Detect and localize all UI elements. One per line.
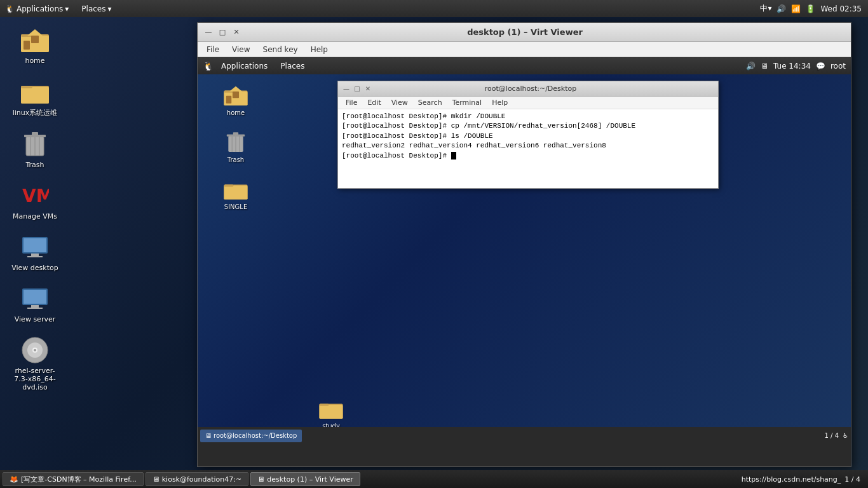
firefox-icon: 🦊 bbox=[10, 475, 18, 484]
svg-marker-4 bbox=[27, 29, 43, 36]
outer-home-folder-icon bbox=[20, 25, 50, 55]
inner-pager: 1 / 4 bbox=[825, 432, 839, 439]
outer-icon-view-desktop[interactable]: View desktop bbox=[6, 229, 64, 274]
outer-task-virt-viewer[interactable]: 🖥 desktop (1) – Virt Viewer bbox=[250, 472, 360, 486]
svg-rect-43 bbox=[224, 184, 233, 186]
outer-icon-home[interactable]: home bbox=[6, 22, 64, 67]
inner-places-menu[interactable]: Places bbox=[275, 60, 309, 72]
terminal-line-2: [root@localhost Desktop]# cp /mnt/VERSIO… bbox=[342, 121, 714, 131]
svg-rect-42 bbox=[224, 186, 247, 200]
inner-volume-icon[interactable]: 🔊 bbox=[746, 62, 756, 71]
svg-rect-3 bbox=[24, 41, 30, 50]
virt-viewer-titlebar: — □ ✕ desktop (1) – Virt Viewer bbox=[198, 23, 851, 42]
inner-icon-home[interactable]: home bbox=[210, 81, 261, 118]
inner-clock: Tue 14:34 bbox=[773, 62, 811, 71]
terminal-line-3: [root@localhost Desktop]# ls /DOUBLE bbox=[342, 132, 714, 141]
virt-maximize-button[interactable]: □ bbox=[217, 27, 228, 38]
outer-desktop-icons: home linux系统运维 bbox=[6, 22, 64, 394]
svg-rect-40 bbox=[233, 132, 238, 135]
virt-viewer-title: desktop (1) – Virt Viewer bbox=[242, 27, 808, 37]
inner-topbar: 🐧 Applications Places 🔊 🖥 Tue 14:34 💬 ro… bbox=[198, 57, 851, 74]
svg-rect-45 bbox=[319, 405, 342, 419]
terminal-cursor bbox=[451, 152, 456, 159]
inner-trash-label: Trash bbox=[227, 156, 244, 163]
virt-view-menu[interactable]: View bbox=[226, 44, 256, 55]
inner-icon-study[interactable]: study bbox=[306, 394, 356, 431]
svg-rect-20 bbox=[27, 256, 43, 257]
outer-icon-view-server[interactable]: View server bbox=[6, 281, 64, 326]
inner-user: root bbox=[831, 62, 846, 71]
terminal-window: — □ ✕ root@localhost:~/Desktop File Edit… bbox=[337, 81, 719, 189]
terminal-menubar: File Edit View Search Terminal Help bbox=[338, 97, 718, 109]
svg-point-28 bbox=[34, 349, 36, 351]
outer-input-method[interactable]: 中▾ bbox=[760, 3, 771, 14]
outer-places-arrow: ▾ bbox=[108, 4, 112, 13]
inner-trash-icon bbox=[223, 130, 248, 155]
outer-places-menu[interactable]: Places ▾ bbox=[76, 3, 116, 15]
outer-applications-menu[interactable]: 🐧 Applications ▾ bbox=[0, 3, 74, 15]
outer-task-firefox[interactable]: 🦊 [写文章-CSDN博客 – Mozilla Firef... bbox=[3, 472, 144, 486]
virt-sendkey-menu[interactable]: Send key bbox=[257, 44, 304, 55]
terminal-titlebar: — □ ✕ root@localhost:~/Desktop bbox=[338, 81, 718, 97]
outer-battery-icon[interactable]: 🔋 bbox=[806, 4, 815, 13]
svg-rect-22 bbox=[24, 290, 46, 304]
svg-rect-46 bbox=[319, 403, 329, 405]
terminal-view-menu[interactable]: View bbox=[386, 98, 413, 107]
inner-notification-icon[interactable]: 💬 bbox=[816, 62, 825, 71]
virt-minimize-button[interactable]: — bbox=[203, 27, 214, 38]
outer-apps-arrow: ▾ bbox=[65, 4, 69, 13]
outer-task-terminal[interactable]: 🖥 kiosk@foundation47:~ bbox=[146, 472, 249, 486]
terminal-terminal-menu[interactable]: Terminal bbox=[447, 98, 487, 107]
inner-task-terminal[interactable]: 🖥 root@localhost:~/Desktop bbox=[200, 430, 302, 442]
terminal-edit-menu[interactable]: Edit bbox=[362, 98, 386, 107]
outer-icon-manage-vms[interactable]: VM Manage VMs bbox=[6, 178, 64, 223]
outer-linux-folder-label: linux系统运维 bbox=[13, 108, 58, 118]
terminal-minimize-button[interactable]: — bbox=[342, 85, 351, 93]
terminal-content[interactable]: [root@localhost Desktop]# mkdir /DOUBLE … bbox=[338, 109, 718, 188]
svg-text:VM: VM bbox=[22, 186, 49, 207]
inner-home-folder-icon bbox=[223, 83, 248, 108]
inner-applications-menu[interactable]: Applications bbox=[216, 60, 273, 72]
outer-icon-trash[interactable]: Trash bbox=[6, 126, 64, 172]
outer-view-server-icon bbox=[20, 283, 50, 314]
terminal-line-5: [root@localhost Desktop]# bbox=[342, 151, 714, 161]
terminal-maximize-button[interactable]: □ bbox=[353, 85, 362, 93]
svg-rect-32 bbox=[226, 96, 231, 104]
outer-icon-linux-folder[interactable]: linux系统运维 bbox=[6, 74, 64, 120]
svg-rect-23 bbox=[31, 305, 39, 308]
outer-view-desktop-label: View desktop bbox=[11, 264, 58, 272]
svg-rect-5 bbox=[31, 36, 39, 43]
inner-desktop-icons: home bbox=[210, 81, 261, 212]
outer-manage-vms-label: Manage VMs bbox=[13, 212, 57, 220]
outer-trash-icon bbox=[20, 129, 50, 159]
terminal-file-menu[interactable]: File bbox=[341, 98, 362, 107]
outer-trash-label: Trash bbox=[25, 161, 44, 169]
terminal-line-4: redhat_version2 redhat_version4 redhat_v… bbox=[342, 141, 714, 151]
terminal-help-menu[interactable]: Help bbox=[487, 98, 513, 107]
outer-dvd-icon bbox=[20, 335, 50, 365]
inner-desktop-area: home bbox=[198, 74, 851, 444]
svg-rect-18 bbox=[24, 238, 46, 252]
outer-volume-icon[interactable]: 🔊 bbox=[776, 4, 786, 13]
outer-vm-icon: VM bbox=[20, 180, 50, 211]
inner-guest-desktop: 🐧 Applications Places 🔊 🖥 Tue 14:34 💬 ro… bbox=[198, 57, 851, 444]
terminal-line-1: [root@localhost Desktop]# mkdir /DOUBLE bbox=[342, 112, 714, 121]
inner-icon-single[interactable]: SINGLE bbox=[210, 175, 261, 212]
outer-taskbar: 🦊 [写文章-CSDN博客 – Mozilla Firef... 🖥 kiosk… bbox=[0, 470, 868, 488]
virt-file-menu[interactable]: File bbox=[200, 44, 226, 55]
virt-viewer-menubar: File View Send key Help bbox=[198, 42, 851, 57]
inner-accessibility-icon[interactable]: ♿ bbox=[843, 432, 848, 439]
outer-taskbar-url: https://blog.csdn.net/shang_ bbox=[742, 475, 841, 484]
outer-network-icon[interactable]: 📶 bbox=[791, 4, 801, 13]
svg-rect-34 bbox=[233, 92, 239, 98]
outer-desktop: 🐧 Applications ▾ Places ▾ 中▾ 🔊 📶 🔋 Wed 0… bbox=[0, 0, 868, 488]
inner-screen-icon[interactable]: 🖥 bbox=[761, 62, 768, 71]
virt-help-menu[interactable]: Help bbox=[304, 44, 334, 55]
inner-apps-logo: 🐧 bbox=[203, 61, 214, 71]
outer-icon-rhel-dvd[interactable]: rhel-server-7.3-x86_64-dvd.iso bbox=[6, 332, 64, 394]
terminal-close-button[interactable]: ✕ bbox=[363, 85, 372, 93]
terminal-search-menu[interactable]: Search bbox=[413, 98, 447, 107]
inner-icon-trash[interactable]: Trash bbox=[210, 128, 261, 165]
outer-taskbar-pager: 1 / 4 bbox=[844, 475, 860, 484]
virt-close-button[interactable]: ✕ bbox=[231, 27, 242, 38]
